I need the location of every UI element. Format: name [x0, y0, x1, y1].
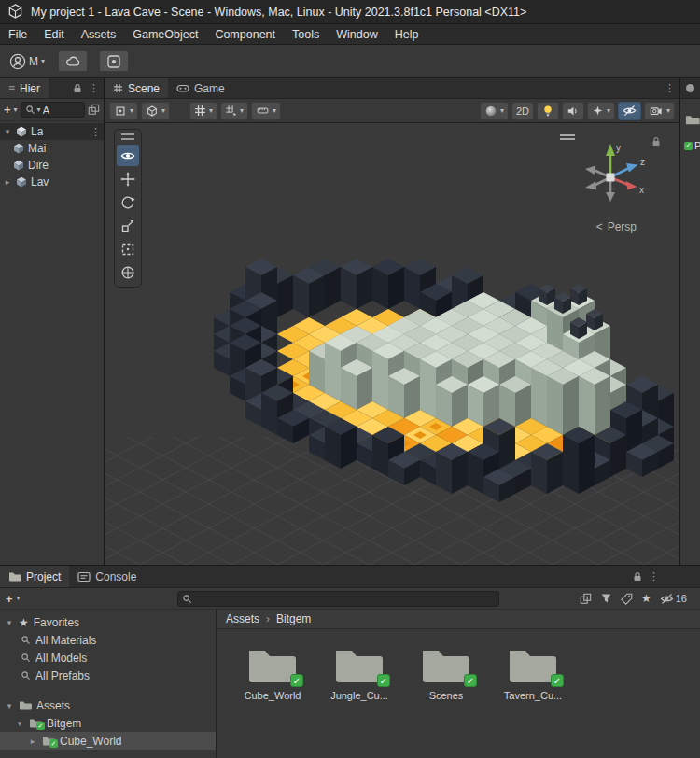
menu-component[interactable]: Component — [206, 24, 284, 44]
transform-tool-button[interactable] — [117, 261, 139, 283]
foldout-closed-icon[interactable]: ▸ — [3, 177, 12, 187]
grid-icon — [113, 83, 123, 93]
title-bar: My project 1 - Lava Cave - Scene - Windo… — [0, 0, 700, 24]
draw-mode-dropdown[interactable]: ▾ — [480, 102, 509, 120]
star-icon: ★ — [19, 616, 29, 629]
foldout-open-icon[interactable]: ▾ — [15, 719, 24, 728]
create-object-caret-icon[interactable]: ▾ — [14, 106, 18, 114]
create-asset-button[interactable]: + — [6, 592, 13, 606]
scene-lighting-toggle[interactable] — [537, 102, 559, 120]
panel-menu-icon[interactable]: ⋮ — [649, 570, 659, 583]
game-tab[interactable]: Game — [168, 78, 233, 98]
filter-by-type-icon[interactable] — [600, 593, 612, 604]
assets-row[interactable]: ▾ Assets — [0, 696, 216, 714]
hierarchy-row-directional-light[interactable]: Dire — [0, 157, 104, 174]
hierarchy-tab[interactable]: ≡ Hier — [0, 78, 49, 98]
scene-picker-icon[interactable] — [88, 104, 100, 116]
open-search-window-icon[interactable] — [580, 593, 592, 605]
scene-tab[interactable]: Scene — [105, 78, 168, 98]
snap-increment-dropdown[interactable]: ▾ — [251, 102, 281, 120]
favorite-all-materials-row[interactable]: All Materials — [0, 631, 216, 649]
folder-label: Jungle_Cu... — [330, 690, 388, 701]
bitgem-row[interactable]: ▾ ✓ Bitgem — [0, 714, 216, 732]
favorite-search-icon[interactable]: ★ — [641, 592, 651, 605]
foldout-open-icon[interactable]: ▾ — [5, 701, 14, 710]
side-panel-item[interactable]: ✓ P — [684, 140, 700, 151]
scene-audio-toggle[interactable] — [562, 102, 584, 120]
breadcrumb-current[interactable]: Bitgem — [276, 612, 311, 625]
folder-icon: ✓ — [29, 718, 42, 728]
account-dropdown[interactable]: M ▾ — [7, 51, 47, 72]
grid-visibility-dropdown[interactable]: ▾ — [189, 102, 217, 120]
scene-camera-dropdown[interactable]: ▾ — [644, 102, 675, 120]
create-asset-caret-icon[interactable]: ▾ — [17, 595, 21, 602]
menu-file[interactable]: File — [0, 24, 35, 44]
hidden-packages-toggle[interactable]: 16 — [660, 593, 687, 605]
menu-help[interactable]: Help — [386, 24, 427, 44]
console-icon — [77, 571, 91, 583]
project-search-input[interactable] — [194, 593, 495, 604]
chevron-down-icon: ▾ — [161, 107, 165, 115]
panel-menu-icon[interactable]: ⋮ — [665, 82, 675, 94]
gameobject-icon — [16, 176, 27, 188]
hierarchy-search-input[interactable] — [43, 105, 80, 116]
cube-world-row[interactable]: ▸ ✓ Cube_World — [0, 732, 216, 750]
rotate-tool-button[interactable] — [117, 191, 139, 213]
overlay-drag-handle[interactable] — [121, 133, 134, 140]
projection-indicator[interactable]: < Persp — [596, 220, 637, 233]
scale-tool-button[interactable] — [117, 215, 139, 236]
menu-edit[interactable]: Edit — [35, 24, 73, 44]
filter-by-label-icon[interactable] — [621, 593, 633, 605]
hierarchy-tab-label: Hier — [20, 82, 40, 95]
asset-folder-cube-world[interactable]: ✓ Cube_World — [245, 644, 301, 701]
breadcrumb-root[interactable]: Assets — [226, 612, 259, 625]
favorite-all-prefabs-row[interactable]: All Prefabs — [0, 667, 216, 684]
menu-assets[interactable]: Assets — [73, 24, 125, 44]
project-search-field[interactable] — [177, 591, 499, 607]
menu-gameobject[interactable]: GameObject — [124, 24, 206, 44]
version-control-button[interactable] — [99, 50, 129, 72]
effects-dropdown[interactable]: ▾ — [587, 102, 615, 120]
lock-icon[interactable] — [73, 83, 82, 93]
hierarchy-scene-row[interactable]: ▾ La ⋮ — [0, 123, 104, 140]
lock-icon[interactable] — [633, 571, 642, 582]
asset-folder-scenes[interactable]: ✓ Scenes — [418, 644, 474, 701]
foldout-closed-icon[interactable]: ▸ — [28, 737, 37, 746]
foldout-open-icon[interactable]: ▾ — [3, 127, 12, 136]
rect-tool-button[interactable] — [117, 238, 139, 260]
view-tool-button[interactable] — [117, 145, 139, 166]
asset-folder-tavern[interactable]: ✓ Tavern_Cu... — [505, 644, 561, 701]
cloud-services-button[interactable] — [58, 50, 88, 72]
chevron-down-icon: ▾ — [273, 107, 276, 115]
move-tool-button[interactable] — [117, 168, 139, 190]
folder-icon: ✓ — [42, 736, 55, 746]
chevron-down-icon: ▾ — [500, 107, 504, 115]
panel-menu-icon[interactable]: ⋮ — [89, 82, 99, 94]
scene-icon — [16, 126, 27, 137]
tool-handle-rotation-dropdown[interactable]: ▾ — [141, 102, 170, 120]
menu-tools[interactable]: Tools — [284, 24, 328, 44]
favorites-row[interactable]: ▾ ★ Favorites — [0, 613, 216, 631]
scene-orientation-gizmo[interactable]: y z x — [567, 129, 653, 215]
asset-folder-jungle[interactable]: ✓ Jungle_Cu... — [331, 644, 387, 701]
side-panel-tab[interactable] — [680, 78, 700, 99]
search-filter-caret-icon[interactable]: ▾ — [37, 106, 41, 114]
snap-settings-dropdown[interactable]: ▾ — [220, 102, 248, 120]
menu-window[interactable]: Window — [328, 24, 385, 44]
unity-editor-window: My project 1 - Lava Cave - Scene - Windo… — [0, 0, 700, 758]
chevron-left-icon: < — [596, 220, 603, 233]
foldout-open-icon[interactable]: ▾ — [5, 618, 14, 627]
create-object-button[interactable]: + — [4, 103, 11, 117]
hierarchy-search-field[interactable]: ▾ — [21, 102, 85, 118]
hierarchy-row-main-camera[interactable]: Mai — [0, 140, 104, 157]
2d-toggle-button[interactable]: 2D — [511, 102, 534, 120]
scene-menu-icon[interactable]: ⋮ — [91, 126, 101, 138]
scene-viewport[interactable]: y z x < Persp — [105, 123, 679, 565]
favorite-all-models-row[interactable]: All Models — [0, 649, 216, 667]
scale-icon — [120, 218, 135, 233]
tool-handle-position-dropdown[interactable]: ▾ — [109, 102, 138, 120]
console-tab[interactable]: Console — [69, 566, 145, 587]
scene-visibility-toggle[interactable] — [618, 102, 641, 120]
project-tab[interactable]: Project — [0, 566, 69, 587]
hierarchy-row-lava[interactable]: ▸ Lav — [0, 174, 104, 190]
